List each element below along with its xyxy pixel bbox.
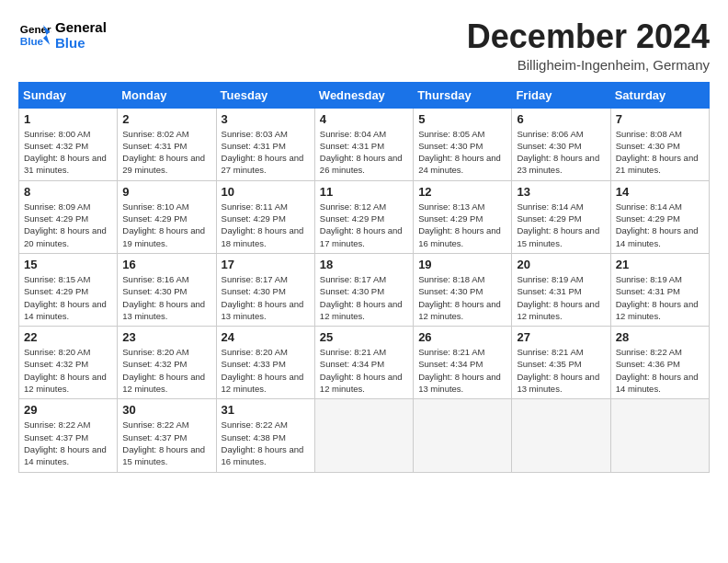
calendar-cell: 16 Sunrise: 8:16 AM Sunset: 4:30 PM Dayl… xyxy=(118,253,216,326)
calendar-cell: 31 Sunrise: 8:22 AM Sunset: 4:38 PM Dayl… xyxy=(216,399,314,472)
calendar-cell: 12 Sunrise: 8:13 AM Sunset: 4:29 PM Dayl… xyxy=(414,180,512,253)
day-number: 19 xyxy=(418,258,506,271)
day-info: Sunrise: 8:17 AM Sunset: 4:30 PM Dayligh… xyxy=(222,273,310,322)
sunrise-label: Sunrise: 8:20 AM xyxy=(24,347,90,357)
calendar-header-thursday: Thursday xyxy=(414,82,512,108)
daylight-label: Daylight: 8 hours and 18 minutes. xyxy=(222,225,304,247)
sunset-label: Sunset: 4:29 PM xyxy=(222,213,286,224)
daylight-label: Daylight: 8 hours and 14 minutes. xyxy=(24,444,107,466)
calendar-cell: 22 Sunrise: 8:20 AM Sunset: 4:32 PM Dayl… xyxy=(19,327,118,399)
daylight-label: Daylight: 8 hours and 23 minutes. xyxy=(517,153,599,175)
calendar-cell xyxy=(512,399,610,472)
calendar-cell: 8 Sunrise: 8:09 AM Sunset: 4:29 PM Dayli… xyxy=(19,180,118,253)
day-number: 5 xyxy=(418,112,506,126)
daylight-label: Daylight: 8 hours and 12 minutes. xyxy=(320,299,403,321)
daylight-label: Daylight: 8 hours and 14 minutes. xyxy=(616,372,699,394)
calendar-header-wednesday: Wednesday xyxy=(314,82,413,108)
day-info: Sunrise: 8:20 AM Sunset: 4:32 PM Dayligh… xyxy=(122,346,210,395)
day-number: 15 xyxy=(24,258,112,271)
sunrise-label: Sunrise: 8:00 AM xyxy=(24,129,90,139)
sunset-label: Sunset: 4:38 PM xyxy=(222,432,286,442)
day-info: Sunrise: 8:16 AM Sunset: 4:30 PM Dayligh… xyxy=(122,273,210,322)
calendar-cell: 20 Sunrise: 8:19 AM Sunset: 4:31 PM Dayl… xyxy=(512,253,610,326)
day-number: 14 xyxy=(616,185,704,199)
day-number: 10 xyxy=(222,185,310,199)
sunset-label: Sunset: 4:29 PM xyxy=(517,213,581,224)
calendar-cell: 7 Sunrise: 8:08 AM Sunset: 4:30 PM Dayli… xyxy=(610,108,709,180)
sunrise-label: Sunrise: 8:14 AM xyxy=(616,201,682,212)
sunset-label: Sunset: 4:30 PM xyxy=(517,141,581,151)
daylight-label: Daylight: 8 hours and 12 minutes. xyxy=(320,372,403,394)
calendar-cell xyxy=(414,399,512,472)
daylight-label: Daylight: 8 hours and 17 minutes. xyxy=(320,225,403,247)
day-number: 24 xyxy=(222,330,310,344)
day-number: 16 xyxy=(122,258,210,271)
sunset-label: Sunset: 4:30 PM xyxy=(616,141,680,151)
day-info: Sunrise: 8:06 AM Sunset: 4:30 PM Dayligh… xyxy=(517,128,605,177)
sunset-label: Sunset: 4:30 PM xyxy=(222,286,286,296)
month-title: December 2024 xyxy=(467,18,710,55)
calendar-cell: 3 Sunrise: 8:03 AM Sunset: 4:31 PM Dayli… xyxy=(216,108,314,180)
day-number: 17 xyxy=(222,258,310,271)
daylight-label: Daylight: 8 hours and 15 minutes. xyxy=(122,444,205,466)
calendar-cell: 29 Sunrise: 8:22 AM Sunset: 4:37 PM Dayl… xyxy=(19,399,118,472)
calendar-table: SundayMondayTuesdayWednesdayThursdayFrid… xyxy=(18,82,710,473)
daylight-label: Daylight: 8 hours and 20 minutes. xyxy=(24,225,107,247)
day-number: 30 xyxy=(122,403,210,417)
calendar-cell: 11 Sunrise: 8:12 AM Sunset: 4:29 PM Dayl… xyxy=(314,180,413,253)
sunrise-label: Sunrise: 8:21 AM xyxy=(320,347,386,357)
sunrise-label: Sunrise: 8:08 AM xyxy=(616,129,682,139)
sunrise-label: Sunrise: 8:17 AM xyxy=(222,274,288,284)
calendar-cell xyxy=(314,399,413,472)
day-info: Sunrise: 8:02 AM Sunset: 4:31 PM Dayligh… xyxy=(122,128,210,177)
daylight-label: Daylight: 8 hours and 13 minutes. xyxy=(418,372,501,394)
day-info: Sunrise: 8:18 AM Sunset: 4:30 PM Dayligh… xyxy=(418,273,506,322)
daylight-label: Daylight: 8 hours and 12 minutes. xyxy=(616,299,699,321)
sunset-label: Sunset: 4:30 PM xyxy=(122,286,187,296)
sunrise-label: Sunrise: 8:11 AM xyxy=(222,201,288,212)
sunset-label: Sunset: 4:32 PM xyxy=(122,359,187,369)
sunset-label: Sunset: 4:36 PM xyxy=(616,359,680,369)
sunset-label: Sunset: 4:37 PM xyxy=(24,432,88,442)
day-info: Sunrise: 8:03 AM Sunset: 4:31 PM Dayligh… xyxy=(222,128,310,177)
sunset-label: Sunset: 4:29 PM xyxy=(418,213,483,224)
sunset-label: Sunset: 4:31 PM xyxy=(320,141,384,151)
day-info: Sunrise: 8:22 AM Sunset: 4:37 PM Dayligh… xyxy=(122,419,210,467)
header: General Blue General Blue December 2024 … xyxy=(18,18,710,73)
sunrise-label: Sunrise: 8:05 AM xyxy=(418,129,484,139)
sunrise-label: Sunrise: 8:19 AM xyxy=(517,274,583,284)
sunrise-label: Sunrise: 8:03 AM xyxy=(222,129,288,139)
sunrise-label: Sunrise: 8:20 AM xyxy=(122,347,188,357)
day-number: 26 xyxy=(418,330,506,344)
day-number: 1 xyxy=(24,112,112,126)
day-info: Sunrise: 8:20 AM Sunset: 4:32 PM Dayligh… xyxy=(24,346,112,395)
calendar-week-row: 22 Sunrise: 8:20 AM Sunset: 4:32 PM Dayl… xyxy=(19,327,710,399)
sunrise-label: Sunrise: 8:15 AM xyxy=(24,274,90,284)
sunrise-label: Sunrise: 8:19 AM xyxy=(616,274,682,284)
calendar-cell: 30 Sunrise: 8:22 AM Sunset: 4:37 PM Dayl… xyxy=(118,399,216,472)
calendar-header-saturday: Saturday xyxy=(610,82,709,108)
sunrise-label: Sunrise: 8:09 AM xyxy=(24,201,90,212)
day-info: Sunrise: 8:19 AM Sunset: 4:31 PM Dayligh… xyxy=(616,273,704,322)
day-number: 21 xyxy=(616,258,704,271)
day-number: 8 xyxy=(24,185,112,199)
calendar-cell: 19 Sunrise: 8:18 AM Sunset: 4:30 PM Dayl… xyxy=(414,253,512,326)
daylight-label: Daylight: 8 hours and 16 minutes. xyxy=(418,225,501,247)
sunrise-label: Sunrise: 8:18 AM xyxy=(418,274,484,284)
sunrise-label: Sunrise: 8:22 AM xyxy=(616,347,682,357)
daylight-label: Daylight: 8 hours and 31 minutes. xyxy=(24,153,107,175)
calendar-cell xyxy=(610,399,709,472)
logo-text-general: General xyxy=(55,19,107,35)
daylight-label: Daylight: 8 hours and 12 minutes. xyxy=(517,299,599,321)
sunset-label: Sunset: 4:29 PM xyxy=(320,213,384,224)
sunrise-label: Sunrise: 8:10 AM xyxy=(122,201,188,212)
day-number: 22 xyxy=(24,330,112,344)
day-info: Sunrise: 8:08 AM Sunset: 4:30 PM Dayligh… xyxy=(616,128,704,177)
day-number: 31 xyxy=(222,403,310,417)
sunrise-label: Sunrise: 8:06 AM xyxy=(517,129,583,139)
calendar-cell: 10 Sunrise: 8:11 AM Sunset: 4:29 PM Dayl… xyxy=(216,180,314,253)
logo-text-blue: Blue xyxy=(55,35,107,51)
calendar-cell: 15 Sunrise: 8:15 AM Sunset: 4:29 PM Dayl… xyxy=(19,253,118,326)
day-number: 28 xyxy=(616,330,704,344)
calendar-cell: 4 Sunrise: 8:04 AM Sunset: 4:31 PM Dayli… xyxy=(314,108,413,180)
